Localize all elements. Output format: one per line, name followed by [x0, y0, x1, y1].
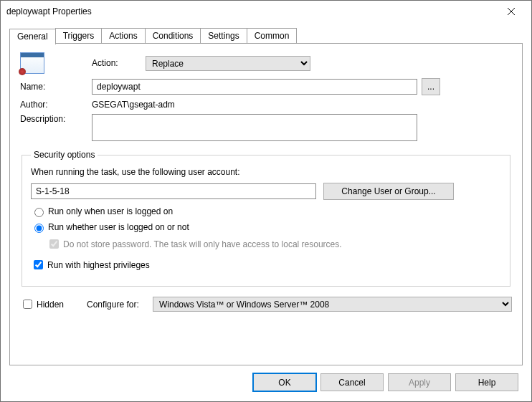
- close-button[interactable]: [495, 2, 527, 21]
- apply-label: Apply: [409, 378, 430, 388]
- window-title: deploywapt Properties: [6, 6, 495, 16]
- name-input[interactable]: [92, 79, 417, 95]
- ok-button[interactable]: OK: [253, 373, 316, 391]
- action-label: Action:: [92, 58, 146, 68]
- tab-common[interactable]: Common: [247, 28, 298, 44]
- security-legend: Security options: [31, 150, 98, 160]
- tab-settings[interactable]: Settings: [200, 28, 247, 44]
- ok-label: OK: [278, 378, 290, 388]
- task-icon: [20, 52, 44, 74]
- run-only-label: Run only when user is logged on: [48, 206, 173, 216]
- run-only-radio[interactable]: [34, 208, 44, 217]
- tab-content-general: Action: Replace Name: ... Author: GSEGAT…: [9, 43, 523, 365]
- run-whether-radio[interactable]: [34, 224, 44, 233]
- name-label: Name:: [20, 82, 92, 92]
- dialog-window: deploywapt Properties General Triggers A…: [0, 0, 532, 402]
- highest-privileges-label: Run with highest privileges: [47, 260, 150, 270]
- configure-for-select[interactable]: Windows Vista™ or Windows Server™ 2008: [153, 297, 512, 312]
- cancel-button[interactable]: Cancel: [320, 373, 384, 391]
- close-icon: [508, 8, 515, 15]
- highest-privileges-checkbox[interactable]: [34, 260, 43, 269]
- cancel-label: Cancel: [338, 378, 365, 388]
- change-user-button[interactable]: Change User or Group...: [323, 183, 454, 200]
- help-button[interactable]: Help: [455, 373, 518, 391]
- no-store-label: Do not store password. The task will onl…: [63, 239, 342, 249]
- when-running-label: When running the task, use the following…: [31, 167, 501, 177]
- tabstrip: General Triggers Actions Conditions Sett…: [1, 28, 531, 44]
- footer-buttons: OK Cancel Apply Help: [1, 373, 531, 401]
- run-whether-label: Run whether user is logged on or not: [48, 222, 189, 232]
- configure-for-label: Configure for:: [87, 300, 147, 310]
- tab-actions[interactable]: Actions: [101, 28, 145, 44]
- author-label: Author:: [20, 100, 92, 110]
- account-input[interactable]: [31, 183, 316, 199]
- hidden-checkbox[interactable]: [23, 300, 32, 309]
- action-select[interactable]: Replace: [146, 56, 310, 71]
- description-input[interactable]: [92, 114, 417, 141]
- description-label: Description:: [20, 114, 92, 124]
- help-label: Help: [478, 378, 496, 388]
- security-fieldset: Security options When running the task, …: [22, 150, 510, 287]
- browse-label: ...: [427, 82, 434, 92]
- titlebar: deploywapt Properties: [1, 1, 531, 22]
- hidden-label: Hidden: [37, 300, 64, 310]
- tab-general[interactable]: General: [9, 29, 56, 44]
- change-user-label: Change User or Group...: [341, 186, 435, 196]
- tab-conditions[interactable]: Conditions: [145, 28, 201, 44]
- tab-triggers[interactable]: Triggers: [55, 28, 103, 44]
- author-value: GSEGAT\gsegat-adm: [92, 100, 175, 110]
- browse-button[interactable]: ...: [422, 78, 440, 95]
- apply-button[interactable]: Apply: [388, 373, 451, 391]
- no-store-checkbox: [49, 239, 59, 249]
